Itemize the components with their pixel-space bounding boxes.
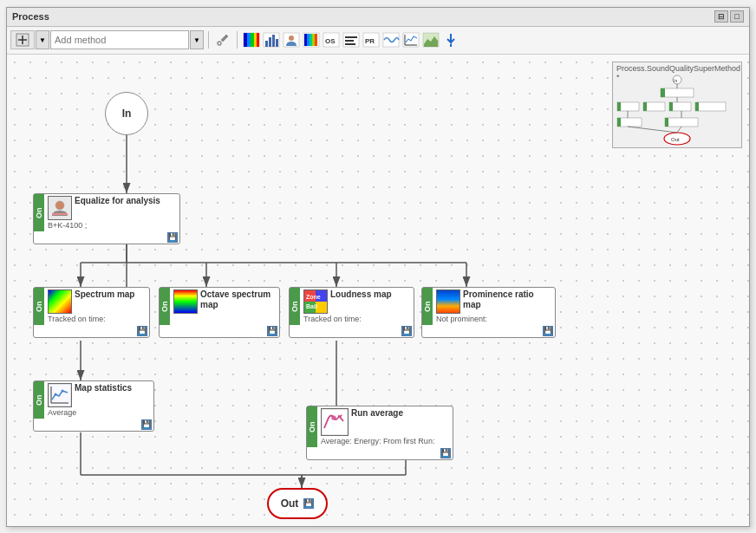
mapstats-title: Map statistics [75,383,132,393]
add-method-input[interactable] [50,30,189,49]
loudness-icon-title: Zone Bail Loudness map [303,289,410,314]
loudness-node[interactable]: On Zone Bail [289,287,414,338]
octave-node[interactable]: On Octave spectrum map 💾 [159,287,280,338]
svg-rect-15 [276,39,278,47]
loudness-map-icon: Zone Bail [303,289,328,314]
spectrum-footer: 💾 [34,325,149,337]
svg-rect-9 [254,33,257,47]
svg-rect-68 [322,409,348,435]
toolbar-bar-icon[interactable] [342,30,361,49]
svg-rect-8 [251,33,254,47]
main-window: Process ⊟ □ ▼ ▼ [6,7,750,527]
octave-badge: On [160,288,170,325]
octave-title: Octave spectrum map [200,289,276,310]
minimap: Process.SoundQualitySuperMethod * In [612,62,742,148]
svg-rect-84 [665,118,698,127]
maximize-button[interactable]: □ [730,10,744,23]
runavg-footer: 💾 [307,447,453,459]
svg-rect-72 [661,88,694,97]
method-dropdown-arrow[interactable]: ▼ [190,30,204,49]
dropdown-arrow[interactable]: ▼ [36,30,49,49]
svg-line-4 [220,42,221,42]
toolbar-bar-chart-icon[interactable] [262,30,281,49]
svg-line-93 [677,127,681,133]
octave-icon-title: Octave spectrum map [173,289,276,314]
octave-content: Octave spectrum map [170,288,279,325]
out-save-icon[interactable]: 💾 [303,498,314,509]
runavg-header: On Run average Average: [307,406,453,447]
equalize-badge: On [34,194,44,231]
octave-header: On Octave spectrum map [160,288,279,325]
mapstats-badge: On [34,381,44,419]
svg-point-67 [62,389,64,392]
prominence-node[interactable]: On Prominence ratio map Not prominent: 💾 [421,287,556,338]
in-label: In [122,107,132,120]
toolbar-person-icon[interactable] [282,30,301,49]
equalize-save-icon[interactable]: 💾 [167,232,178,243]
mapstats-header: On Map sta [34,381,153,419]
runavg-subtitle: Average: Energy: From first Run: [321,437,449,445]
svg-rect-19 [304,34,307,46]
svg-rect-81 [695,102,699,111]
svg-rect-80 [695,102,726,111]
loudness-save-icon[interactable]: 💾 [401,326,412,336]
prominence-content: Prominence ratio map Not prominent: [433,288,555,325]
octave-footer: 💾 [160,325,279,337]
toolbar-pr-icon[interactable]: PR [362,30,381,49]
toolbar-stats-icon[interactable] [401,30,420,49]
equalize-node[interactable]: On Equalize for analysis B+K-4100 ; [33,193,180,244]
wrench-icon[interactable] [213,30,232,49]
mapstats-node[interactable]: On Map sta [33,380,154,432]
prominence-save-icon[interactable]: 💾 [543,326,553,336]
loudness-footer: 💾 [290,325,414,337]
octave-save-icon[interactable]: 💾 [267,326,277,336]
equalize-icon-title: Equalize for analysis [48,196,176,220]
add-method-dropdown[interactable]: ▼ ▼ [10,30,204,49]
mapstats-content: Map statistics Average [44,381,153,419]
prominence-footer: 💾 [422,325,555,337]
canvas-area[interactable]: In On Equalize for analysis [7,55,749,526]
restore-button[interactable]: ⊟ [714,10,728,23]
prominence-badge: On [422,288,433,325]
loudness-title: Loudness map [330,289,392,300]
runavg-save-icon[interactable]: 💾 [440,448,451,458]
in-node[interactable]: In [105,92,148,135]
octave-spectrum-icon [173,289,198,314]
toolbar-arrow-icon[interactable] [441,30,460,49]
svg-line-92 [628,127,677,133]
mapstats-icon-title: Map statistics [48,383,150,407]
toolbar-colormap-icon[interactable] [302,30,321,49]
prominence-header: On Prominence ratio map Not prominent: [422,288,555,325]
equalize-header: On Equalize for analysis B+K-4100 ; [34,194,179,231]
mapstats-save-icon[interactable]: 💾 [141,419,152,430]
toolbar-separator-1 [208,31,209,49]
equalize-title: Equalize for analysis [75,196,160,206]
svg-point-66 [55,393,57,395]
svg-rect-6 [244,33,247,47]
toolbar-wave-icon[interactable] [381,30,401,49]
runavg-node[interactable]: On Run average Average: [306,406,453,460]
svg-rect-22 [312,34,315,46]
svg-rect-82 [617,118,642,127]
loudness-badge: On [290,288,300,325]
titlebar: Process ⊟ □ [7,8,749,27]
svg-text:OS: OS [325,37,336,45]
spectrum-node[interactable]: On Spectrum map Tracked on time: 💾 [33,287,150,338]
toolbar-spectrum-icon[interactable] [242,30,261,49]
add-icon[interactable] [10,30,35,49]
prominence-subtitle: Not prominent: [436,315,551,323]
svg-point-55 [55,201,64,210]
equalize-subtitle: B+K-4100 ; [48,221,176,230]
toolbar-terrain-icon[interactable] [421,30,440,49]
spectrum-save-icon[interactable]: 💾 [137,326,147,336]
toolbar-os-icon[interactable]: OS [322,30,341,49]
mapstats-subtitle: Average [48,408,150,417]
svg-rect-79 [669,102,673,111]
svg-text:In: In [674,78,677,83]
equalize-content: Equalize for analysis B+K-4100 ; [44,194,179,231]
svg-rect-73 [661,88,665,97]
loudness-subtitle: Tracked on time: [303,315,410,323]
out-node[interactable]: Out 💾 [267,488,328,519]
spectrum-subtitle: Tracked on time: [48,315,146,323]
svg-rect-13 [269,37,271,47]
